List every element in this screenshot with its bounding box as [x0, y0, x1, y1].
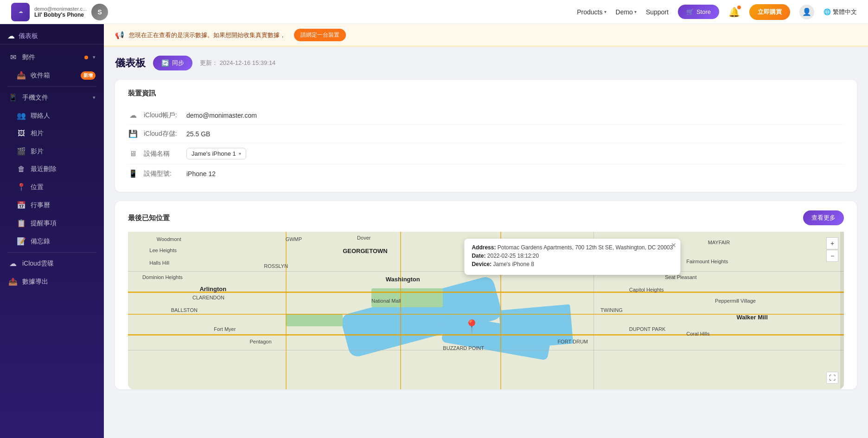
calendar-icon: 📅: [17, 201, 26, 209]
notification-dot: [737, 6, 741, 9]
device-info-device-model: 📱 設備型號: iPhone 12: [128, 165, 844, 183]
sync-label: 同步: [172, 59, 184, 67]
sidebar-item-photos-label: 相片: [31, 129, 96, 138]
zoom-out-button[interactable]: −: [826, 250, 838, 262]
map-label-seat-pleasant: Seat Pleasant: [665, 274, 697, 280]
sidebar-item-inbox-label: 收件箱: [31, 71, 76, 80]
products-chevron-icon: ▾: [604, 9, 606, 14]
map-label-twining: TWINING: [600, 307, 623, 313]
sidebar-item-icloud-drive[interactable]: ☁ iCloud雲碟: [0, 254, 104, 273]
device-model-value: iPhone 12: [186, 170, 216, 178]
inbox-badge: 新增: [81, 71, 96, 80]
store-button[interactable]: 🛒 Store: [678, 5, 719, 19]
device-info-title: 裝置資訊: [128, 89, 844, 98]
sidebar-section-main: ✉ 郵件 ▾ 📥 收件箱 新增 📱 手機文件 ▾ 👥 聯絡人 🖼 相片: [0, 44, 104, 294]
reminders-icon: 📋: [17, 219, 26, 228]
sidebar-profile-label: 儀表板: [19, 32, 38, 40]
nav-support[interactable]: Support: [646, 8, 669, 16]
popup-device-value: Jame's iPhone 8: [493, 261, 534, 267]
device-info-card: 裝置資訊 ☁ iCloud帳戶: demo@monimaster.com 💾 i…: [115, 80, 857, 192]
sidebar-item-contacts[interactable]: 👥 聯絡人: [0, 107, 104, 125]
map-water-3: [498, 305, 573, 350]
contacts-icon: 👥: [17, 111, 26, 120]
sidebar-item-recently-deleted[interactable]: 🗑 最近刪除: [0, 160, 104, 178]
sidebar-item-mobile-files[interactable]: 📱 手機文件 ▾: [0, 89, 104, 107]
bind-device-label: 請綁定一台裝置: [300, 32, 339, 38]
sidebar-item-inbox[interactable]: 📥 收件箱 新增: [0, 66, 104, 84]
dashboard-icon: ☁: [7, 32, 15, 40]
data-export-icon: 📤: [8, 277, 18, 286]
sidebar-item-location[interactable]: 📍 位置: [0, 178, 104, 196]
sidebar-item-notes-label: 備忘錄: [31, 237, 96, 246]
sidebar-item-calendar[interactable]: 📅 行事曆: [0, 196, 104, 214]
zoom-in-button[interactable]: +: [826, 237, 838, 249]
icloud-account-icon: ☁: [128, 111, 138, 120]
nav-demo[interactable]: Demo ▾: [616, 8, 637, 16]
bind-device-button[interactable]: 請綁定一台裝置: [294, 29, 346, 41]
map-label-washington: Washington: [386, 276, 420, 283]
device-info-icloud-storage: 💾 iCloud存儲: 25.5 GB: [128, 125, 844, 143]
logo-device: Lil' Bobby's Phone: [34, 12, 87, 18]
map-road-v3: [286, 232, 287, 389]
demo-banner: 📢 您現在正在查看的是演示數據。如果想開始收集真實數據， 請綁定一台裝置: [104, 24, 868, 46]
store-label: Store: [696, 8, 711, 15]
map-popup: ✕ Address: Potomac Gardens Apartments, 7…: [464, 239, 680, 275]
map-scrollbar[interactable]: [840, 232, 844, 389]
device-info-device-name: 🖥 設備名稱 Jame's iPhone 1 ▾: [128, 143, 844, 165]
map-road-v1: [400, 232, 401, 389]
icloud-storage-icon: 💾: [128, 129, 138, 138]
map-label-dupont-park: DUPONT PARK: [629, 326, 665, 332]
device-name-icon: 🖥: [128, 150, 138, 158]
sidebar-item-reminders-label: 提醒事項: [31, 219, 96, 228]
buy-button[interactable]: 立即購買: [749, 4, 790, 20]
map-label-walker-mill: Walker Mill: [736, 314, 767, 321]
update-time-value: 2024-12-16 15:39:14: [220, 59, 276, 66]
map-label-rosslyn: ROSSLYN: [264, 263, 288, 269]
sidebar-item-notes[interactable]: 📝 備忘錄: [0, 232, 104, 250]
location-card: 最後已知位置 查看更多: [115, 201, 857, 389]
device-name-label: 設備名稱: [144, 150, 181, 158]
notification-bell[interactable]: 🔔: [728, 6, 740, 18]
map-container: GEORGETOWN Washington Arlington ROSSLYN …: [128, 232, 844, 389]
sync-button[interactable]: 🔄 同步: [153, 56, 192, 70]
videos-icon: 🎬: [17, 147, 26, 156]
view-more-label: 查看更多: [811, 214, 836, 221]
cart-icon: 🛒: [686, 8, 694, 15]
popup-device: Device: Jame's iPhone 8: [472, 261, 673, 267]
sidebar-item-data-export-label: 數據導出: [22, 278, 96, 286]
mobile-files-chevron-icon: ▾: [93, 95, 96, 101]
sidebar-item-videos[interactable]: 🎬 影片: [0, 142, 104, 160]
map-road-h3: [128, 334, 844, 336]
map-label-woodmont: Woodmont: [157, 236, 181, 242]
nav-products[interactable]: Products ▾: [577, 8, 606, 16]
map-label-ballston: BALLSTON: [171, 307, 198, 313]
popup-date: Date: 2022-02-25 18:12:20: [472, 253, 673, 259]
nav-products-label: Products: [577, 8, 602, 16]
update-time: 更新： 2024-12-16 15:39:14: [200, 59, 275, 67]
language-selector[interactable]: 🌐 繁體中文: [823, 8, 857, 16]
sidebar-item-email[interactable]: ✉ 郵件 ▾: [0, 48, 104, 66]
icloud-account-value: demo@monimaster.com: [186, 112, 257, 119]
map-label-peppermill: Peppermill Village: [715, 298, 756, 304]
nav-support-label: Support: [646, 8, 669, 16]
sidebar-item-calendar-label: 行事曆: [31, 201, 96, 209]
popup-address: Address: Potomac Gardens Apartments, 700…: [472, 244, 673, 251]
buy-label: 立即購買: [758, 8, 782, 15]
map-expand-button[interactable]: ⛶: [826, 372, 838, 384]
popup-date-label: Date:: [472, 253, 485, 259]
logo-email: demo@monimaster.c...: [34, 6, 87, 12]
map-green-2: [286, 314, 343, 326]
sidebar-item-photos[interactable]: 🖼 相片: [0, 125, 104, 142]
topnav: ☁ demo@monimaster.c... Lil' Bobby's Phon…: [0, 0, 868, 24]
sidebar-item-data-export[interactable]: 📤 數據導出: [0, 273, 104, 291]
device-name-selector[interactable]: Jame's iPhone 1 ▾: [186, 148, 246, 159]
map-label-dover: Dover: [357, 235, 370, 241]
popup-close-button[interactable]: ✕: [671, 241, 677, 249]
view-more-button[interactable]: 查看更多: [803, 210, 844, 225]
sidebar-item-reminders[interactable]: 📋 提醒事項: [0, 214, 104, 232]
device-model-label: 設備型號:: [144, 170, 181, 178]
map-label-georgetown: GEORGETOWN: [343, 248, 388, 254]
sidebar-item-videos-label: 影片: [31, 147, 96, 156]
user-avatar[interactable]: 👤: [799, 5, 814, 19]
sidebar: ☁ 儀表板 ✉ 郵件 ▾ 📥 收件箱 新增 📱 手機文件 ▾ 👥 聯絡人: [0, 24, 104, 438]
